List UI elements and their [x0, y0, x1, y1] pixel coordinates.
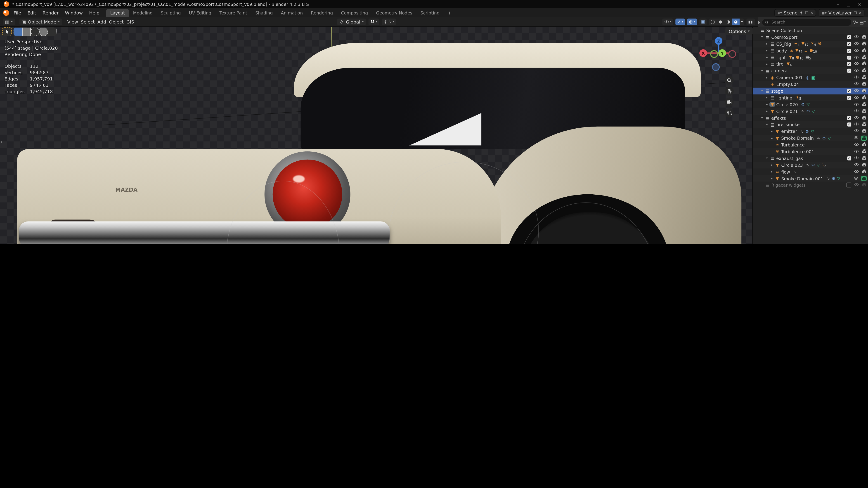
- collapse-icon[interactable]: ▾: [760, 116, 765, 120]
- editor-type-button[interactable]: ▦▾: [3, 18, 15, 25]
- exclude-checkbox[interactable]: ✓: [847, 69, 851, 73]
- outliner-row-light[interactable]: ▸▤light▼8●10▤5✓: [753, 54, 868, 61]
- shading-wireframe-button[interactable]: ◯: [709, 18, 717, 25]
- camera-view-button[interactable]: [725, 98, 734, 107]
- unlink-scene-icon[interactable]: ×: [810, 11, 813, 15]
- hide-eye-toggle[interactable]: [854, 182, 859, 188]
- shading-dropdown[interactable]: ▾: [740, 18, 744, 25]
- hide-eye-toggle[interactable]: [854, 68, 859, 74]
- disable-render-toggle[interactable]: [861, 135, 867, 141]
- disable-render-toggle[interactable]: [861, 176, 867, 181]
- outliner-row-smoke-domain[interactable]: ▸▼Smoke Domain∿⚙▽: [753, 135, 868, 141]
- hide-eye-toggle[interactable]: [854, 88, 859, 94]
- hide-eye-toggle[interactable]: [854, 169, 859, 175]
- disable-render-toggle[interactable]: [862, 88, 867, 94]
- visibility-dropdown[interactable]: ▾: [662, 18, 673, 25]
- disable-render-toggle[interactable]: [862, 169, 867, 175]
- hide-eye-toggle[interactable]: [854, 55, 859, 60]
- exclude-checkbox[interactable]: ✓: [847, 123, 851, 127]
- disable-render-toggle[interactable]: [862, 122, 867, 128]
- disable-render-toggle[interactable]: [862, 95, 867, 101]
- outliner-row-emitter[interactable]: ▸▼emitter∿⚙▽: [753, 128, 868, 135]
- disable-render-toggle[interactable]: [862, 149, 867, 155]
- hide-eye-toggle[interactable]: [854, 175, 859, 182]
- hide-eye-toggle[interactable]: [854, 48, 859, 54]
- hide-eye-toggle[interactable]: [854, 41, 859, 47]
- menu-render[interactable]: Render: [39, 10, 62, 15]
- disable-render-toggle[interactable]: [862, 61, 867, 67]
- tweak-tool-button[interactable]: [3, 28, 11, 36]
- collapse-icon[interactable]: ▾: [760, 35, 765, 39]
- hide-eye-toggle[interactable]: [854, 128, 859, 134]
- expand-icon[interactable]: ▸: [765, 96, 769, 99]
- workspace-tab-geometry-nodes[interactable]: Geometry Nodes: [372, 9, 416, 17]
- expand-icon[interactable]: ▸: [769, 163, 774, 167]
- outliner-row-tire[interactable]: ▸▤tire▼4✓: [753, 61, 868, 68]
- mode-dropdown[interactable]: ▣Object Mode▾: [20, 18, 62, 25]
- new-viewlayer-icon[interactable]: ❏: [854, 11, 857, 15]
- disable-render-toggle[interactable]: [862, 74, 867, 80]
- disable-render-toggle[interactable]: [862, 41, 867, 47]
- exclude-checkbox[interactable]: ✓: [847, 62, 851, 66]
- outliner-row-empty-004[interactable]: +Empty.004: [753, 81, 868, 88]
- workspace-tab-modeling[interactable]: Modeling: [129, 9, 156, 17]
- select-circle-button[interactable]: [31, 28, 39, 36]
- menu-edit[interactable]: Edit: [24, 10, 39, 15]
- shading-solid-button[interactable]: ●: [717, 18, 724, 25]
- disable-render-toggle[interactable]: [862, 115, 867, 121]
- select-more-button[interactable]: [48, 28, 57, 36]
- render-pause-button[interactable]: ▮▮: [747, 18, 755, 25]
- expand-icon[interactable]: ▸: [765, 103, 769, 106]
- collapse-icon[interactable]: ▾: [760, 69, 765, 72]
- exclude-checkbox[interactable]: ✓: [847, 89, 851, 93]
- outliner-row-circle-021[interactable]: ▸▼Circle.021∿⚙▽: [753, 108, 868, 115]
- expand-icon[interactable]: ▸: [765, 62, 769, 66]
- expand-icon[interactable]: ▸: [765, 56, 769, 59]
- menu-help[interactable]: Help: [86, 10, 103, 15]
- proportional-editing-toggle[interactable]: ◎∿▾: [382, 18, 396, 25]
- collapse-icon[interactable]: ▾: [765, 123, 769, 127]
- filter-icon[interactable]: ∇▾: [853, 20, 858, 25]
- minimize-button[interactable]: –: [837, 2, 839, 6]
- disable-render-toggle[interactable]: [862, 34, 867, 40]
- hide-eye-toggle[interactable]: [854, 162, 859, 168]
- xray-toggle[interactable]: ▣: [699, 18, 707, 25]
- outliner-row-camera[interactable]: ▾▤camera✓: [753, 68, 868, 74]
- outliner-row-rigacar-widgets[interactable]: ▤Rigacar widgets: [753, 182, 868, 189]
- disable-render-toggle[interactable]: [862, 55, 867, 60]
- viewport-menu-view[interactable]: View: [66, 19, 79, 24]
- 3d-viewport[interactable]: MAZDA: [0, 26, 752, 244]
- exclude-checkbox[interactable]: ✓: [847, 96, 851, 100]
- gizmo-axis-y[interactable]: Y: [718, 49, 726, 57]
- hide-eye-toggle[interactable]: [854, 135, 859, 141]
- workspace-tab-sculpting[interactable]: Sculpting: [157, 9, 185, 17]
- disable-render-toggle[interactable]: [862, 142, 867, 148]
- shading-material-button[interactable]: ◑: [724, 18, 732, 25]
- expand-icon[interactable]: ▸: [769, 130, 774, 133]
- workspace-tab-shading[interactable]: Shading: [251, 9, 277, 17]
- outliner-row-cs-rig[interactable]: ▸▤CS_Rig+4▼17☀4⚒✓: [753, 40, 868, 47]
- workspace-tab-rendering[interactable]: Rendering: [307, 9, 337, 17]
- close-button[interactable]: ×: [858, 2, 862, 6]
- disable-render-toggle[interactable]: [862, 108, 867, 114]
- exclude-checkbox[interactable]: [846, 183, 851, 188]
- disable-render-toggle[interactable]: [862, 128, 867, 134]
- viewport-menu-add[interactable]: Add: [97, 19, 107, 24]
- gizmo-axis-z-negative[interactable]: [712, 63, 720, 71]
- transform-orientation-dropdown[interactable]: Global▾: [337, 18, 366, 25]
- outliner-row-circle-020[interactable]: ▸▼Circle.020⚙▽: [753, 101, 868, 108]
- hide-eye-toggle[interactable]: [854, 61, 859, 67]
- hide-eye-toggle[interactable]: [854, 115, 859, 121]
- collapse-icon[interactable]: ▾: [765, 156, 769, 160]
- toolbar-expand-arrow[interactable]: ›: [1, 139, 3, 144]
- select-box-button[interactable]: [13, 28, 22, 36]
- workspace-tab-layout[interactable]: Layout: [106, 9, 129, 17]
- menu-file[interactable]: File: [10, 10, 24, 15]
- navigation-gizmo[interactable]: Z X Y: [699, 34, 750, 138]
- snap-toggle[interactable]: ▾: [369, 18, 379, 25]
- expand-icon[interactable]: ▸: [769, 136, 774, 140]
- exclude-checkbox[interactable]: ✓: [847, 35, 851, 39]
- pin-icon[interactable]: [799, 11, 803, 15]
- outliner-row-turbulence-001[interactable]: ≋Turbulence.001: [753, 148, 868, 155]
- workspace-tab-texture-paint[interactable]: Texture Paint: [215, 9, 251, 17]
